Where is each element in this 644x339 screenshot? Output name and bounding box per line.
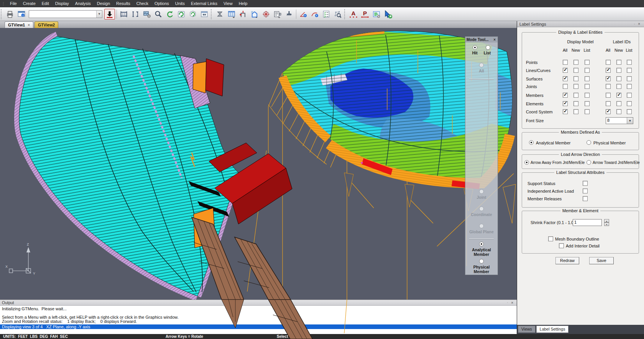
entity-checkbox[interactable] [563, 68, 568, 73]
pin-icon[interactable] [632, 22, 636, 26]
entity-checkbox[interactable] [627, 84, 632, 89]
label-members-button[interactable]: P [360, 9, 370, 20]
tab-gtview2[interactable]: GTView2 [34, 21, 58, 28]
label-points-button[interactable]: A [348, 9, 359, 20]
entity-checkbox[interactable] [573, 68, 578, 73]
save-button[interactable]: Save [589, 257, 614, 264]
entity-checkbox[interactable] [563, 93, 568, 98]
entity-checkbox[interactable] [585, 93, 590, 98]
entity-checkbox[interactable] [616, 84, 621, 89]
graphics-viewport[interactable]: Z Y X Mode Tool... × Hit List All Joint … [0, 28, 517, 300]
entity-checkbox[interactable] [585, 76, 590, 81]
entity-checkbox[interactable] [606, 60, 611, 65]
entity-checkbox[interactable] [573, 60, 578, 65]
tab-views[interactable]: Views [518, 326, 536, 333]
entity-checkbox[interactable] [606, 68, 611, 73]
tab-gtview1[interactable]: GTView1 × [5, 21, 33, 28]
building-wind-button[interactable] [249, 9, 260, 20]
analytical-member-radio[interactable] [529, 140, 534, 145]
entity-checkbox[interactable] [573, 93, 578, 98]
checklist-button[interactable] [321, 9, 332, 20]
physical-member-radio[interactable] [586, 140, 591, 145]
menu-help[interactable]: Help [236, 0, 251, 7]
close-icon[interactable]: × [636, 22, 642, 26]
tab-close-icon[interactable]: × [28, 23, 30, 27]
menu-edit[interactable]: Edit [39, 0, 52, 7]
shrink-factor-input[interactable]: 1 [573, 219, 602, 226]
steel-section-button[interactable] [215, 9, 225, 20]
menu-options[interactable]: Options [151, 0, 172, 7]
entity-checkbox[interactable] [627, 60, 632, 65]
pin-icon[interactable] [506, 301, 509, 305]
entity-checkbox[interactable] [563, 60, 568, 65]
menu-analysis[interactable]: Analysis [72, 0, 94, 7]
entity-checkbox[interactable] [563, 84, 568, 89]
view-selector-input[interactable] [29, 12, 96, 16]
toolbar-grip[interactable] [211, 9, 214, 19]
zoom-button[interactable] [153, 9, 164, 20]
redraw-button[interactable]: Redraw [555, 257, 579, 264]
entity-checkbox[interactable] [627, 76, 632, 81]
import-button[interactable] [104, 9, 115, 20]
menu-file[interactable]: File [7, 0, 20, 7]
entity-checkbox[interactable] [585, 84, 590, 89]
arrow-away-radio[interactable] [524, 160, 529, 165]
entity-checkbox[interactable] [573, 109, 578, 114]
close-icon[interactable]: × [493, 38, 496, 42]
report-button[interactable]: i [16, 9, 27, 20]
entity-checkbox[interactable] [606, 93, 611, 98]
entity-checkbox[interactable] [573, 101, 578, 106]
menu-units[interactable]: Units [172, 0, 188, 7]
support-button[interactable] [284, 9, 294, 20]
entity-checkbox[interactable] [563, 101, 568, 106]
menu-view[interactable]: View [220, 0, 236, 7]
arc-check-button[interactable] [309, 9, 320, 20]
spinner-up-icon[interactable]: ▲ [604, 219, 609, 223]
output-highlighted-line[interactable]: Displaying view 3 of 4 XZ Plane, along -… [0, 324, 517, 329]
list-options-button[interactable] [371, 9, 382, 20]
menu-design[interactable]: Design [94, 0, 113, 7]
section-frame-button[interactable] [118, 9, 129, 20]
entity-checkbox[interactable] [627, 101, 632, 106]
datasheet-button[interactable] [226, 9, 237, 20]
entity-checkbox[interactable] [563, 76, 568, 81]
panel-titlebar[interactable]: Label Settings × [517, 21, 644, 27]
entity-checkbox[interactable] [616, 101, 621, 106]
entity-checkbox[interactable] [585, 60, 590, 65]
angle-check-button[interactable] [298, 9, 309, 20]
entity-checkbox[interactable] [563, 109, 568, 114]
mode-tool-titlebar[interactable]: Mode Tool... × [465, 37, 498, 43]
entity-checkbox[interactable] [606, 109, 611, 114]
mesh-boundary-checkbox[interactable] [548, 236, 553, 241]
redo-view-button[interactable] [187, 9, 198, 20]
entity-checkbox[interactable] [616, 68, 621, 73]
dialog-form-button[interactable] [272, 9, 283, 20]
entity-checkbox[interactable] [573, 84, 578, 89]
entity-checkbox[interactable] [627, 68, 632, 73]
menu-check[interactable]: Check [133, 0, 151, 7]
entity-checkbox[interactable] [627, 109, 632, 114]
hit-radio[interactable] [473, 45, 477, 50]
arrow-toward-radio[interactable] [586, 160, 591, 165]
add-interior-checkbox[interactable] [559, 243, 564, 248]
entity-checkbox[interactable] [627, 93, 632, 98]
entity-checkbox[interactable] [606, 84, 611, 89]
support-status-checkbox[interactable] [583, 181, 588, 186]
spinner-down-icon[interactable]: ▼ [604, 223, 609, 226]
tab-label-settings[interactable]: Label Settings [536, 326, 569, 333]
entity-checkbox[interactable] [585, 68, 590, 73]
entity-checkbox[interactable] [616, 109, 621, 114]
entity-checkbox[interactable] [616, 93, 621, 98]
select-arrow-button[interactable] [383, 9, 393, 20]
sphere-axes-button[interactable] [261, 9, 271, 20]
combo-dropdown-icon[interactable]: ▼ [96, 11, 102, 18]
fit-window-button[interactable] [199, 9, 210, 20]
entity-checkbox[interactable] [606, 101, 611, 106]
view-selector-combo[interactable]: ▼ [29, 10, 102, 18]
entity-checkbox[interactable] [606, 76, 611, 81]
font-size-combo[interactable]: 8 ▼ [606, 117, 633, 124]
entity-checkbox[interactable] [585, 101, 590, 106]
inspect-model-button[interactable] [332, 9, 343, 20]
combo-dropdown-icon[interactable]: ▼ [627, 118, 633, 124]
independent-active-load-checkbox[interactable] [583, 188, 588, 193]
